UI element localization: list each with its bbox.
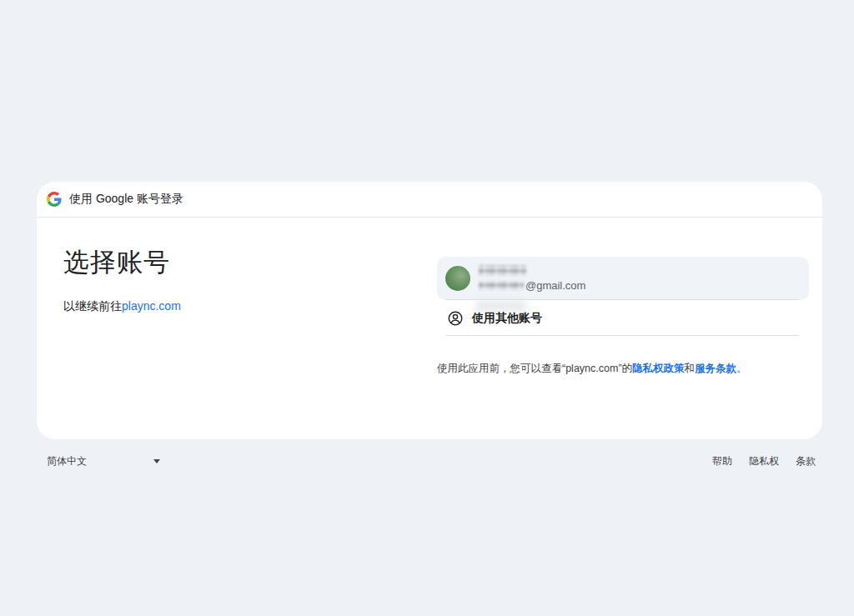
disclaimer-conjunction: 和 — [685, 363, 696, 374]
privacy-footer-link[interactable]: 隐私权 — [749, 455, 779, 467]
google-signin-page: 使用 Google 账号登录 选择账号 以继续前往plaync.com @gma… — [0, 0, 854, 616]
divider — [445, 299, 799, 300]
card-header: 使用 Google 账号登录 — [37, 182, 822, 218]
use-another-account-label: 使用其他账号 — [472, 311, 542, 326]
disclaimer-text: 使用此应用前，您可以查看“plaync.com”的 — [437, 363, 632, 374]
terms-footer-link[interactable]: 条款 — [796, 455, 816, 467]
arrow-drop-down-icon — [153, 459, 160, 463]
language-selector[interactable]: 简体中文 — [47, 455, 160, 467]
destination-link[interactable]: plaync.com — [122, 299, 181, 313]
language-value: 简体中文 — [47, 455, 87, 467]
account-email: @gmail.com — [479, 279, 585, 292]
continue-prefix: 以继续前往 — [63, 299, 122, 313]
google-g-icon — [47, 192, 62, 207]
avatar — [445, 266, 470, 291]
divider — [445, 335, 799, 336]
privacy-policy-link[interactable]: 隐私权政策 — [632, 363, 685, 374]
account-texts: @gmail.com — [479, 265, 585, 292]
consent-disclaimer: 使用此应用前，您可以查看“plaync.com”的隐私权政策和服务条款。 — [437, 362, 804, 376]
account-circle-icon — [447, 310, 464, 327]
disclaimer-period: 。 — [736, 363, 747, 374]
account-list-item[interactable]: @gmail.com — [437, 257, 809, 300]
email-domain: @gmail.com — [525, 279, 585, 292]
use-another-account-button[interactable]: 使用其他账号 — [437, 301, 809, 335]
help-link[interactable]: 帮助 — [712, 455, 732, 467]
redacted-email-prefix — [479, 281, 524, 290]
redacted-account-name — [479, 265, 526, 276]
terms-of-service-link[interactable]: 服务条款 — [695, 363, 736, 374]
page-title: 选择账号 — [63, 248, 170, 278]
footer-links: 帮助 隐私权 条款 — [712, 455, 816, 467]
continue-to-text: 以继续前往plaync.com — [63, 298, 181, 313]
signin-with-google-label: 使用 Google 账号登录 — [69, 192, 183, 207]
signin-card: 使用 Google 账号登录 选择账号 以继续前往plaync.com @gma… — [37, 182, 822, 439]
